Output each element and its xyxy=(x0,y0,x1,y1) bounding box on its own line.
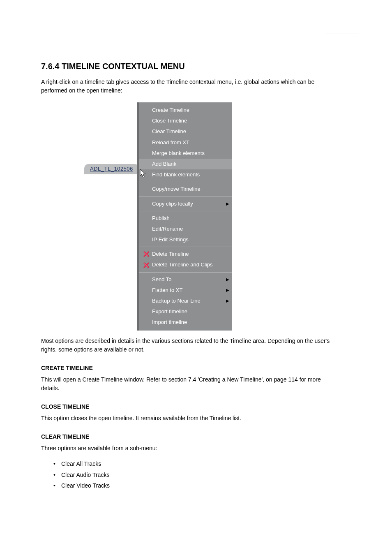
menu-item[interactable]: Add Blank xyxy=(139,159,232,169)
timeline-tab[interactable]: ADL_TL_102506 xyxy=(84,164,139,174)
menu-item-label: Copy/move Timeline xyxy=(151,185,229,193)
menu-item[interactable]: Copy clips locally▶ xyxy=(139,199,232,209)
menu-item-label: Backup to Near Line xyxy=(151,297,224,305)
menu-item-label: Send To xyxy=(151,276,224,283)
close-timeline-text: This option closes the open timeline. It… xyxy=(41,414,337,423)
menu-item-label: Find blank elements xyxy=(151,171,229,178)
clear-timeline-text: Three options are available from a sub-m… xyxy=(41,444,337,453)
menu-item[interactable]: Copy/move Timeline xyxy=(139,184,232,194)
create-timeline-text: This will open a Create Timeline window.… xyxy=(41,375,337,393)
menu-item-label: Edit/Rename xyxy=(151,225,229,233)
menu-item-label: Create Timeline xyxy=(151,106,229,114)
menu-item-label: Add Blank xyxy=(151,160,229,168)
menu-item[interactable]: Merge blank elements xyxy=(139,148,232,159)
menu-item-label: Delete Timeline and Clips xyxy=(151,261,229,268)
delete-icon xyxy=(141,251,151,257)
menu-item-label: Close Timeline xyxy=(151,117,229,125)
menu-item-label: IP Edit Settings xyxy=(151,236,229,243)
timeline-context-menu: Create TimelineClose TimelineClear Timel… xyxy=(137,102,232,331)
menu-item-label: Delete Timeline xyxy=(151,250,229,258)
list-item: Clear Video Tracks xyxy=(53,480,359,491)
section-heading: 7.6.4 TIMELINE CONTEXTUAL MENU xyxy=(41,62,359,71)
menu-item[interactable]: Edit/Rename xyxy=(139,224,232,234)
menu-item[interactable]: IP Edit Settings xyxy=(139,234,232,245)
menu-item[interactable]: Delete Timeline xyxy=(139,249,232,259)
menu-item-label: Copy clips locally xyxy=(151,200,224,208)
create-timeline-heading: CREATE TIMELINE xyxy=(41,365,359,371)
menu-item-label: Import timeline xyxy=(151,319,229,326)
menu-item-label: Publish xyxy=(151,215,229,222)
menu-item[interactable]: Export timeline xyxy=(139,306,232,317)
menu-item[interactable]: Find blank elements xyxy=(139,169,232,180)
screenshot-figure: ADL_TL_102506 Create TimelineClose Timel… xyxy=(41,102,359,324)
menu-item[interactable]: Clear Timeline xyxy=(139,126,232,137)
list-item: Clear Audio Tracks xyxy=(53,469,359,481)
menu-item-label: Export timeline xyxy=(151,308,229,315)
menu-item[interactable]: Publish xyxy=(139,213,232,224)
menu-item-label: Reload from XT xyxy=(151,139,229,146)
post-menu-paragraph: Most options are described in details in… xyxy=(41,337,337,354)
chevron-right-icon: ▶ xyxy=(224,287,229,293)
menu-item[interactable]: Close Timeline xyxy=(139,116,232,126)
menu-item[interactable]: Reload from XT xyxy=(139,137,232,148)
chevron-right-icon: ▶ xyxy=(224,298,229,304)
list-item: Clear All Tracks xyxy=(53,458,359,469)
header-rule xyxy=(325,33,359,33)
menu-item-label: Merge blank elements xyxy=(151,150,229,157)
chevron-right-icon: ▶ xyxy=(224,277,229,282)
menu-item[interactable]: Backup to Near Line▶ xyxy=(139,296,232,306)
menu-item[interactable]: Send To▶ xyxy=(139,274,232,285)
delete-icon xyxy=(141,262,151,268)
chevron-right-icon: ▶ xyxy=(224,201,229,207)
close-timeline-heading: CLOSE TIMELINE xyxy=(41,403,359,410)
menu-item[interactable]: Delete Timeline and Clips xyxy=(139,259,232,270)
menu-item-label: Clear Timeline xyxy=(151,128,229,135)
menu-item[interactable]: Create Timeline xyxy=(139,105,232,116)
menu-item[interactable]: Flatten to XT▶ xyxy=(139,285,232,296)
clear-timeline-heading: CLEAR TIMELINE xyxy=(41,433,359,440)
menu-item[interactable]: Import timeline xyxy=(139,317,232,328)
menu-item-label: Flatten to XT xyxy=(151,287,224,294)
clear-timeline-bullets: Clear All TracksClear Audio TracksClear … xyxy=(53,458,359,491)
intro-paragraph: A right-click on a timeline tab gives ac… xyxy=(41,78,337,95)
